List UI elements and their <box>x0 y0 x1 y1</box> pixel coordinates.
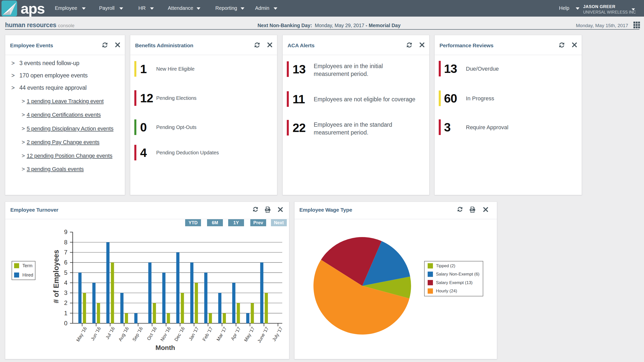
svg-text:1: 1 <box>64 310 67 316</box>
svg-text:May '16: May '16 <box>75 326 88 343</box>
svg-text:Mar '17: Mar '17 <box>215 326 228 342</box>
svg-text:Salary Non-Exempt (6): Salary Non-Exempt (6) <box>436 272 479 277</box>
svg-text:0: 0 <box>64 320 67 327</box>
svg-text:6: 6 <box>64 259 67 266</box>
svg-text:Jul '16: Jul '16 <box>105 326 116 340</box>
svg-text:Jun '16: Jun '16 <box>90 326 102 342</box>
svg-text:July '17: July '17 <box>271 326 284 342</box>
svg-text:Feb '17: Feb '17 <box>202 326 214 342</box>
svg-text:7: 7 <box>64 249 67 256</box>
svg-text:Salary Exempt (13): Salary Exempt (13) <box>436 280 473 285</box>
svg-text:Sep '16: Sep '16 <box>131 326 144 342</box>
svg-text:Nov '16: Nov '16 <box>159 326 172 342</box>
svg-text:Term: Term <box>22 263 32 268</box>
svg-text:2: 2 <box>64 299 67 306</box>
svg-text:8: 8 <box>64 239 67 246</box>
svg-text:Aug '16: Aug '16 <box>117 326 130 342</box>
svg-text:Month: Month <box>155 344 175 351</box>
svg-text:Hourly (24): Hourly (24) <box>436 289 457 293</box>
svg-text:Tipped (2): Tipped (2) <box>436 263 455 268</box>
svg-text:Jan '17: Jan '17 <box>188 326 200 342</box>
svg-text:5: 5 <box>64 269 67 276</box>
svg-text:Apr '17: Apr '17 <box>230 326 242 341</box>
svg-text:9: 9 <box>64 229 67 235</box>
svg-text:4: 4 <box>64 279 67 286</box>
svg-text:3: 3 <box>64 289 67 296</box>
svg-text:Oct '16: Oct '16 <box>146 326 158 341</box>
svg-text:Dec '16: Dec '16 <box>173 326 186 342</box>
svg-text:Hired: Hired <box>22 273 33 278</box>
svg-text:May '17: May '17 <box>243 326 256 343</box>
svg-text:June '17: June '17 <box>256 326 270 344</box>
svg-text:# of Employees: # of Employees <box>52 250 60 303</box>
